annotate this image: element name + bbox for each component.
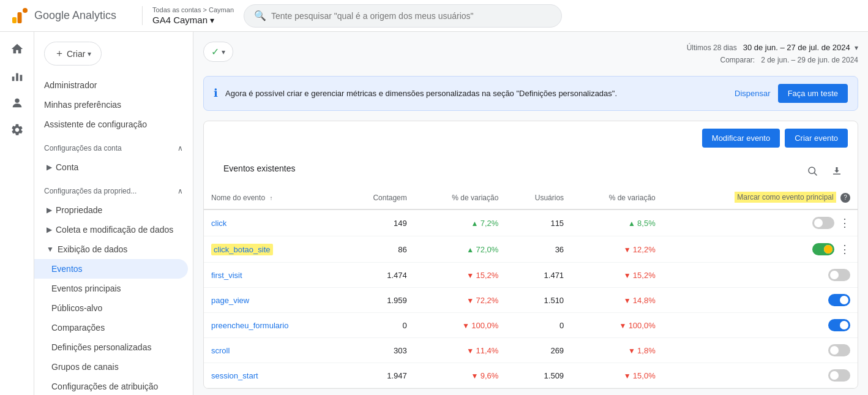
main-date-range: 30 de jun. – 27 de jul. de 2024 (743, 43, 850, 52)
toggle-switch[interactable] (812, 217, 834, 229)
collapse-icon-prop[interactable]: ∧ (178, 187, 183, 195)
nav-section-conta: Configurações da conta ∧ (34, 139, 193, 157)
cell-event-name[interactable]: preencheu_formulario (204, 313, 342, 338)
nav-item-assistente[interactable]: Assistente de configuração (34, 115, 193, 134)
cell-toggle[interactable] (663, 313, 858, 338)
sidebar-icon-reports[interactable] (5, 64, 29, 88)
event-name-link[interactable]: session_start (211, 371, 258, 380)
toggle-switch[interactable] (828, 344, 850, 356)
cell-users-change: ▼ 15,0% (571, 363, 663, 388)
cell-count-change: ▼ 11,4% (414, 338, 506, 363)
info-icon: ℹ (214, 86, 218, 100)
compare-date: 2 de jun. – 29 de jun. de 2024 (761, 56, 858, 64)
breadcrumb-top: Todas as contas > Cayman (152, 6, 234, 13)
toggle-switch[interactable] (828, 319, 850, 331)
cell-users-change: ▼ 14,8% (571, 288, 663, 313)
help-icon[interactable]: ? (840, 193, 850, 203)
event-name-highlighted[interactable]: click_botao_site (211, 244, 273, 255)
try-button[interactable]: Faça um teste (778, 84, 848, 103)
dismiss-button[interactable]: Dispensar (735, 89, 771, 98)
cell-event-name[interactable]: page_view (204, 288, 342, 313)
compare-label: Comparar: (720, 56, 755, 64)
cell-event-name[interactable]: first_visit (204, 263, 342, 288)
chevron-right-icon: ▶ (47, 163, 52, 171)
more-options-icon[interactable]: ⋮ (839, 216, 850, 230)
create-event-button[interactable]: Criar evento (785, 129, 848, 148)
main-content: ✓ ▾ Últimos 28 dias 30 de jun. – 27 de j… (193, 32, 868, 395)
nav-sub-item-comparacoes[interactable]: Comparações (34, 318, 193, 337)
event-name-link[interactable]: page_view (211, 296, 249, 305)
search-table-button[interactable] (801, 160, 823, 182)
arrow-down-icon: ▼ (624, 372, 633, 380)
bar-chart-icon (10, 69, 24, 83)
nav-item-exibicao[interactable]: ▼ Exibição de dados (34, 239, 193, 259)
chevron-down-status: ▾ (222, 48, 225, 56)
cell-toggle[interactable] (663, 363, 858, 388)
cell-toggle[interactable]: ⋮ (663, 210, 858, 236)
cell-count: 303 (342, 338, 414, 363)
download-button[interactable] (826, 160, 848, 182)
cell-count-change: ▲ 7,2% (414, 209, 506, 236)
nav-sub-item-eventos-principais[interactable]: Eventos principais (34, 279, 193, 298)
sidebar-icon-settings[interactable] (5, 118, 29, 142)
event-name-link[interactable]: first_visit (211, 271, 242, 280)
col-event-name[interactable]: Nome do evento ↑ (204, 187, 342, 209)
event-name-link[interactable]: scroll (211, 346, 230, 355)
nav-sub-item-atribuicao[interactable]: Configurações de atribuição (34, 377, 193, 395)
cell-toggle[interactable]: ⋮ (663, 236, 858, 263)
nav-sub-item-grupos[interactable]: Grupos de canais (34, 357, 193, 377)
nav-item-preferencias[interactable]: Minhas preferências (34, 95, 193, 115)
app-title: Google Analytics (34, 9, 116, 22)
status-chip[interactable]: ✓ ▾ (203, 42, 233, 62)
cell-count-change: ▼ 72,2% (414, 288, 506, 313)
cell-count: 1.947 (342, 363, 414, 388)
cell-count-change: ▼ 15,2% (414, 263, 506, 288)
cell-count-change: ▲ 72,0% (414, 236, 506, 263)
nav-item-conta[interactable]: ▶ Conta (34, 157, 193, 177)
collapse-icon-conta[interactable]: ∧ (178, 144, 183, 152)
sort-icon: ↑ (269, 195, 272, 201)
cell-event-name[interactable]: click_botao_site (204, 236, 342, 263)
cell-toggle[interactable] (663, 288, 858, 313)
cell-event-name[interactable]: session_start (204, 363, 342, 388)
create-button[interactable]: ＋ Criar ▾ (44, 42, 102, 66)
chevron-down-icon: ▾ (210, 15, 214, 25)
cell-toggle[interactable] (663, 338, 858, 363)
nav-sub-item-publicos[interactable]: Públicos-alvo (34, 298, 193, 318)
sidebar-icon-explore[interactable] (5, 91, 29, 115)
event-name-link[interactable]: preencheu_formulario (211, 321, 288, 330)
search-bar[interactable]: 🔍 (244, 4, 562, 28)
modify-event-button[interactable]: Modificar evento (702, 129, 780, 148)
cell-event-name[interactable]: click (204, 209, 342, 236)
cell-toggle[interactable] (663, 263, 858, 288)
person-icon (10, 96, 24, 110)
sidebar-icon-home[interactable] (5, 37, 29, 61)
toggle-switch[interactable] (828, 369, 850, 382)
toggle-switch[interactable] (828, 294, 850, 306)
toggle-switch[interactable] (812, 243, 834, 255)
events-table: Nome do evento ↑ Contagem % de variação … (204, 187, 858, 389)
col-count-change: % de variação (414, 187, 506, 209)
plus-icon: ＋ (54, 47, 64, 60)
toggle-slider (828, 344, 850, 356)
arrow-up-icon: ▲ (471, 219, 481, 228)
nav-sub-item-definicoes[interactable]: Definições personalizadas (34, 337, 193, 357)
account-selector[interactable]: GA4 Cayman ▾ (152, 15, 234, 25)
event-name-link[interactable]: click (211, 219, 226, 228)
table-actions (801, 160, 848, 182)
cell-event-name[interactable]: scroll (204, 338, 342, 363)
date-info[interactable]: Últimos 28 dias 30 de jun. – 27 de jul. … (687, 42, 858, 66)
more-options-icon[interactable]: ⋮ (839, 243, 850, 256)
nav-item-coleta[interactable]: ▶ Coleta e modificação de dados (34, 220, 193, 239)
search-input[interactable] (271, 11, 552, 21)
toggle-switch[interactable] (828, 269, 850, 281)
cell-users-change: ▼ 1,8% (571, 338, 663, 363)
left-nav: ＋ Criar ▾ Administrador Minhas preferênc… (34, 32, 193, 395)
nav-sub-item-eventos[interactable]: Eventos (34, 259, 188, 279)
account-nav: Todas as contas > Cayman GA4 Cayman ▾ (142, 6, 234, 25)
nav-item-administrador[interactable]: Administrador (34, 75, 193, 95)
cell-users: 115 (506, 209, 571, 236)
card-toolbar: Modificar evento Criar evento (204, 121, 858, 155)
cell-count: 149 (342, 209, 414, 236)
nav-item-propriedade[interactable]: ▶ Propriedade (34, 200, 193, 220)
